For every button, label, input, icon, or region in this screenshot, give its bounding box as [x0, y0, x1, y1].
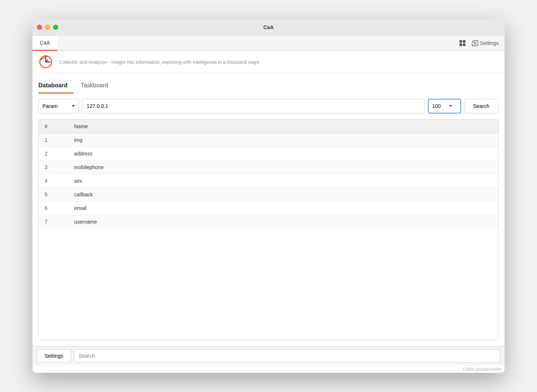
bottom-bar: Settings: [32, 346, 505, 365]
cell-index: 4: [39, 174, 68, 188]
cell-index: 2: [39, 147, 68, 161]
tab-taskboard-label: Taskboard: [81, 82, 108, 88]
tab-taskboard[interactable]: Taskboard: [81, 79, 114, 94]
tab-databoard-label: Databoard: [38, 82, 67, 88]
search-button[interactable]: Search: [464, 99, 499, 113]
cell-index: 1: [39, 133, 68, 147]
main-content: Databoard Taskboard Param IP URL Domain: [32, 73, 505, 346]
chevron-down-icon: [72, 105, 75, 107]
close-button[interactable]: [37, 25, 42, 30]
search-bar: Param IP URL Domain 10 50 100 200 500: [38, 99, 499, 113]
param-select[interactable]: Param IP URL Domain: [42, 103, 69, 109]
cell-index: 5: [39, 188, 68, 202]
maximize-button[interactable]: [53, 25, 58, 30]
column-header-index: #: [39, 120, 68, 133]
search-input[interactable]: [82, 99, 425, 113]
cell-index: 3: [39, 161, 68, 174]
cell-index: 7: [39, 215, 68, 229]
cell-name: callback: [68, 188, 498, 202]
tab-databoard[interactable]: Databoard: [38, 79, 73, 94]
cell-name: email: [68, 202, 498, 215]
logo-bar: Collector and Analyzer - Insight into in…: [32, 51, 505, 73]
column-header-name: Name: [68, 120, 498, 133]
data-table: # Name 1img2address3mobilephone4sex5call…: [39, 120, 498, 228]
cell-name: address: [68, 147, 498, 161]
svg-point-4: [474, 42, 476, 44]
tab-bar-right: Settings: [458, 35, 505, 50]
table-row[interactable]: 6email: [39, 202, 498, 215]
gear-icon: [472, 40, 478, 46]
data-table-container: # Name 1img2address3mobilephone4sex5call…: [38, 119, 499, 340]
app-logo: [38, 54, 54, 70]
table-header-row: # Name: [39, 120, 498, 133]
svg-rect-0: [460, 40, 462, 43]
table-body: 1img2address3mobilephone4sex5callback6em…: [39, 133, 498, 229]
logo-svg: [38, 55, 53, 69]
settings-label: Settings: [480, 40, 499, 46]
table-row[interactable]: 3mobilephone: [39, 161, 498, 174]
grid-icon-button[interactable]: [458, 38, 467, 48]
window-title: CaA: [263, 24, 274, 30]
svg-rect-1: [463, 40, 465, 43]
cell-name: sex: [68, 174, 498, 188]
svg-rect-3: [463, 43, 465, 46]
nav-tabs: Databoard Taskboard: [38, 79, 499, 94]
table-row[interactable]: 7username: [39, 215, 498, 229]
grid-icon: [459, 40, 466, 46]
svg-rect-2: [460, 43, 462, 46]
app-tab-label: CaA: [40, 40, 50, 46]
bottom-search-input[interactable]: [74, 349, 500, 363]
cell-name: img: [68, 133, 498, 147]
table-row[interactable]: 4sex: [39, 174, 498, 188]
bottom-settings-label: Settings: [45, 353, 63, 359]
count-chevron-icon: [449, 105, 452, 107]
title-bar: CaA: [32, 19, 505, 35]
app-window: CaA CaA Settings: [32, 19, 505, 373]
count-select-wrapper[interactable]: 10 50 100 200 500: [428, 99, 461, 113]
cell-name: mobilephone: [68, 161, 498, 174]
count-select[interactable]: 10 50 100 200 500: [432, 103, 447, 109]
cell-name: username: [68, 215, 498, 229]
app-tab-bar: CaA Settings: [32, 35, 505, 51]
app-tab-caa[interactable]: CaA: [32, 36, 57, 51]
table-row[interactable]: 1img: [39, 133, 498, 147]
table-row[interactable]: 5callback: [39, 188, 498, 202]
bottom-settings-button[interactable]: Settings: [37, 349, 71, 363]
table-row[interactable]: 2address: [39, 147, 498, 161]
search-button-label: Search: [473, 103, 489, 109]
settings-button[interactable]: Settings: [470, 38, 500, 48]
app-tagline: Collector and Analyzer - Insight into in…: [59, 59, 260, 65]
traffic-lights: [37, 25, 58, 30]
cell-index: 6: [39, 202, 68, 215]
minimize-button[interactable]: [45, 25, 50, 30]
watermark: CSDN @SuperherRo: [32, 365, 505, 373]
param-select-wrapper[interactable]: Param IP URL Domain: [38, 99, 79, 113]
